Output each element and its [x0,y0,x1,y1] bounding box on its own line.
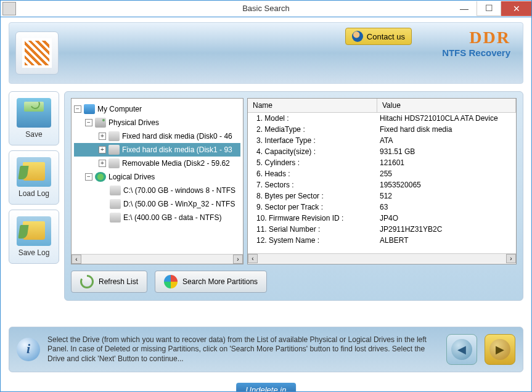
grid-row[interactable]: 1. Model :Hitachi HDS721010CLA ATA Devic… [248,113,516,124]
tree-disk0[interactable]: Fixed hard disk media (Disk0 - 46 [122,132,232,141]
grid-cell-name: 5. Cylinders : [248,158,377,167]
grid-cell-value: 1953520065 [377,181,516,189]
drives-icon [95,118,106,128]
contact-label: Contact us [367,32,405,41]
header-banner: Contact us DDR NTFS Recovery [9,22,523,84]
volume-icon [110,199,121,209]
search-more-partitions-button[interactable]: Search More Partitions [155,271,267,293]
grid-scrollbar-h[interactable]: ‹› [248,253,516,263]
grid-cell-value: ALBERT [377,236,516,245]
grid-cell-name: 2. MediaType : [248,125,377,134]
tree-d[interactable]: D:\ (50.00 GB - WinXp_32 - NTFS [123,200,235,208]
brand-block: DDR NTFS Recovery [442,28,510,58]
grid-cell-value: 121601 [377,158,516,167]
col-name[interactable]: Name [248,99,377,112]
volume-icon [110,213,121,223]
contact-us-button[interactable]: Contact us [345,28,412,45]
maximize-button[interactable]: ☐ [477,1,501,16]
grid-cell-value: 255 [377,169,516,178]
expand-icon[interactable]: + [99,160,106,167]
tree-c[interactable]: C:\ (70.00 GB - windows 8 - NTFS [123,186,235,195]
tree-disk1-selected[interactable]: Fixed hard disk media (Disk1 - 93 [122,145,232,154]
grid-row[interactable]: 9. Sector per Track :63 [248,202,516,213]
tree-logical[interactable]: Logical Drives [108,173,155,181]
grid-row[interactable]: 12. System Name :ALBERT [248,235,516,246]
grid-cell-value: JP4O [377,214,516,223]
collapse-icon[interactable]: − [85,119,92,126]
grid-cell-value: Fixed hard disk media [377,125,516,134]
minimize-button[interactable]: — [452,1,477,16]
grid-cell-name: 3. Interface Type : [248,136,377,145]
close-button[interactable]: ✕ [501,1,532,16]
load-log-icon [17,157,51,187]
save-button[interactable]: Save [9,91,59,145]
save-icon [17,98,51,128]
drive-tree[interactable]: −My Computer −Physical Drives +Fixed har… [71,98,243,264]
refresh-label: Refresh List [99,277,138,286]
collapse-icon[interactable]: − [85,173,92,181]
back-button[interactable]: ◀ [446,334,477,365]
contact-icon [352,31,363,42]
grid-row[interactable]: 8. Bytes per Sector :512 [248,190,516,202]
grid-row[interactable]: 5. Cylinders :121601 [248,157,516,168]
grid-cell-name: 4. Capacity(size) : [248,147,377,156]
grid-row[interactable]: 2. MediaType :Fixed hard disk media [248,124,516,135]
disk-icon [108,131,120,141]
grid-cell-name: 1. Model : [248,114,377,123]
grid-cell-value: Hitachi HDS721010CLA ATA Device [377,114,516,123]
collapse-icon[interactable]: − [74,105,81,113]
grid-cell-value: 63 [377,203,516,211]
col-value[interactable]: Value [377,99,516,112]
load-log-label: Load Log [18,189,49,198]
grid-cell-name: 10. Firmware Revision ID : [248,214,377,223]
info-icon [17,338,40,361]
grid-cell-name: 8. Bytes per Sector : [248,192,377,200]
window-title: Basic Search [242,4,290,13]
expand-icon[interactable]: + [99,133,106,140]
app-logo [15,31,59,75]
expand-icon[interactable]: + [99,146,106,153]
tree-scrollbar-h[interactable]: ‹› [72,254,243,264]
search-more-label: Search More Partitions [182,277,258,286]
grid-cell-name: 6. Heads : [248,169,377,178]
grid-row[interactable]: 11. Serial Number :JP2911HZ31YB2C [248,224,516,235]
disk-icon [108,145,120,155]
app-icon [2,2,16,15]
grid-cell-name: 12. System Name : [248,236,377,245]
computer-icon [84,104,95,114]
tree-e[interactable]: E:\ (400.00 GB - data - NTFS) [123,213,221,222]
save-log-button[interactable]: Save Log [9,210,59,264]
arrow-right-icon: ▶ [489,339,510,360]
grid-row[interactable]: 4. Capacity(size) :931.51 GB [248,146,516,157]
save-log-icon [17,216,51,246]
footer-bar: Select the Drive (from which you want to… [9,327,523,372]
tree-root[interactable]: My Computer [97,105,142,113]
watermark: Undelete.in [236,383,297,392]
tree-disk2[interactable]: Removable Media (Disk2 - 59.62 [122,159,230,168]
brand-logo-text: DDR [442,28,510,47]
arrow-left-icon: ◀ [451,339,472,360]
load-log-button[interactable]: Load Log [9,150,59,205]
grid-cell-name: 9. Sector per Track : [248,203,377,211]
grid-row[interactable]: 3. Interface Type :ATA [248,135,516,146]
refresh-icon [80,275,94,288]
grid-cell-name: 7. Sectors : [248,181,377,189]
grid-row[interactable]: 10. Firmware Revision ID :JP4O [248,213,516,224]
tree-physical[interactable]: Physical Drives [108,118,159,127]
next-button[interactable]: ▶ [485,334,515,365]
grid-row[interactable]: 6. Heads :255 [248,168,516,179]
partitions-icon [164,275,178,288]
disk-icon [108,158,120,168]
grid-cell-value: JP2911HZ31YB2C [377,225,516,234]
properties-grid: Name Value 1. Model :Hitachi HDS721010CL… [247,98,517,264]
grid-cell-name: 11. Serial Number : [248,225,377,234]
grid-cell-value: ATA [377,136,516,145]
grid-cell-value: 931.51 GB [377,147,516,156]
save-label: Save [25,130,42,139]
logical-icon [95,172,106,182]
footer-text: Select the Drive (from which you want to… [47,335,439,364]
grid-row[interactable]: 7. Sectors :1953520065 [248,179,516,190]
main-panel: −My Computer −Physical Drives +Fixed har… [64,91,523,301]
refresh-list-button[interactable]: Refresh List [71,271,147,293]
grid-cell-value: 512 [377,192,516,200]
